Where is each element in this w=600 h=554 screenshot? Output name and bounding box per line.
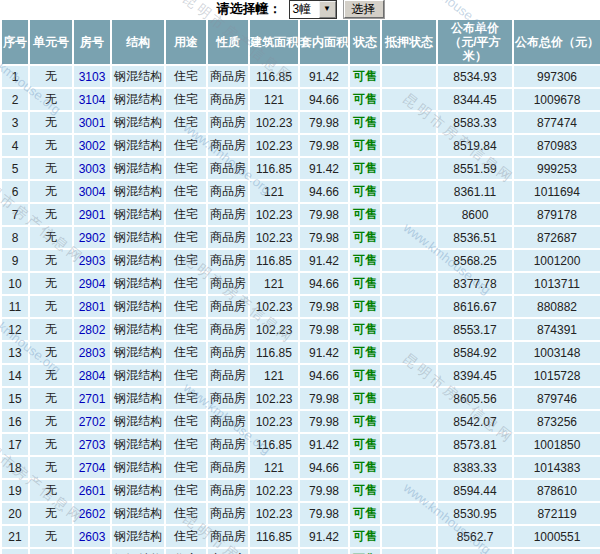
cell-mortgage-status [381,410,437,433]
cell-inner-area: 94.66 [299,548,349,554]
table-row: 5无3003钢混结构住宅商品房116.8591.42可售8551.5999925… [1,157,600,180]
room-number-link[interactable]: 2901 [73,203,111,226]
cell-unit-price: 8377.78 [437,272,513,295]
room-number-link[interactable]: 2903 [73,249,111,272]
cell-inner-area: 79.98 [299,295,349,318]
cell-total-price: 1014383 [513,456,600,479]
cell-index: 13 [1,341,29,364]
cell-build-area: 102.23 [249,295,299,318]
cell-total-price: 872119 [513,502,600,525]
cell-unit-price: 8600 [437,203,513,226]
cell-index: 8 [1,226,29,249]
cell-build-area: 121 [249,272,299,295]
cell-structure: 钢混结构 [111,548,165,554]
room-number-link[interactable]: 2704 [73,456,111,479]
cell-unit-price: 8562.7 [437,525,513,548]
cell-build-area: 116.85 [249,157,299,180]
select-button[interactable]: 选择 [344,0,384,18]
cell-unit-price: 8344.45 [437,88,513,111]
cell-property-type: 商品房 [207,88,249,111]
room-number-link[interactable]: 3004 [73,180,111,203]
cell-index: 7 [1,203,29,226]
cell-property-type: 商品房 [207,341,249,364]
room-number-link[interactable]: 2802 [73,318,111,341]
cell-build-area: 121 [249,180,299,203]
cell-inner-area: 94.66 [299,364,349,387]
building-select-value: 3幢 [293,1,317,18]
cell-inner-area: 94.66 [299,456,349,479]
room-number-link[interactable]: 2804 [73,364,111,387]
room-number-link[interactable]: 2904 [73,272,111,295]
cell-unit-number: 无 [29,318,73,341]
cell-inner-area: 79.98 [299,387,349,410]
cell-status: 可售 [349,410,381,433]
room-number-link[interactable]: 3003 [73,157,111,180]
cell-structure: 钢混结构 [111,295,165,318]
cell-index: 1 [1,65,29,88]
table-row: 8无2902钢混结构住宅商品房102.2379.98可售8536.5187268… [1,226,600,249]
cell-unit-price: 8551.59 [437,157,513,180]
cell-total-price: 872687 [513,226,600,249]
cell-unit-price: 8536.51 [437,226,513,249]
room-number-link[interactable]: 2604 [73,548,111,554]
cell-unit-number: 无 [29,65,73,88]
table-row: 18无2704钢混结构住宅商品房12194.66可售8383.331014383 [1,456,600,479]
cell-inner-area: 79.98 [299,318,349,341]
room-number-link[interactable]: 2703 [73,433,111,456]
room-number-link[interactable]: 2603 [73,525,111,548]
chevron-down-icon[interactable]: ▼ [319,1,336,18]
cell-structure: 钢混结构 [111,226,165,249]
table-row: 1无3103钢混结构住宅商品房116.8591.42可售8534.9399730… [1,65,600,88]
cell-total-price: 879178 [513,203,600,226]
cell-usage: 住宅 [165,249,207,272]
cell-mortgage-status [381,341,437,364]
cell-total-price: 1015728 [513,364,600,387]
cell-build-area: 102.23 [249,203,299,226]
room-number-link[interactable]: 3001 [73,111,111,134]
table-row: 9无2903钢混结构住宅商品房116.8591.42可售8568.2510012… [1,249,600,272]
cell-unit-price: 8594.44 [437,479,513,502]
cell-build-area: 102.23 [249,387,299,410]
cell-usage: 住宅 [165,203,207,226]
cell-index: 19 [1,479,29,502]
cell-property-type: 商品房 [207,410,249,433]
cell-index: 10 [1,272,29,295]
cell-inner-area: 94.66 [299,180,349,203]
room-number-link[interactable]: 3104 [73,88,111,111]
cell-usage: 住宅 [165,525,207,548]
table-row: 12无2802钢混结构住宅商品房102.2379.98可售8553.178743… [1,318,600,341]
cell-status: 可售 [349,88,381,111]
cell-usage: 住宅 [165,502,207,525]
column-header-structure: 结构 [111,19,165,65]
cell-unit-price: 8534.93 [437,65,513,88]
cell-property-type: 商品房 [207,295,249,318]
room-number-link[interactable]: 2602 [73,502,111,525]
cell-total-price: 997306 [513,65,600,88]
table-header: 序号单元号房号结构用途性质建筑面积套内面积状态抵押状态公布单价（元/平方米）公布… [1,19,600,65]
room-number-link[interactable]: 2701 [73,387,111,410]
room-number-link[interactable]: 3103 [73,65,111,88]
cell-unit-number: 无 [29,88,73,111]
room-number-link[interactable]: 2803 [73,341,111,364]
cell-inner-area: 79.98 [299,111,349,134]
cell-unit-number: 无 [29,203,73,226]
room-number-link[interactable]: 3002 [73,134,111,157]
cell-total-price: 1013039 [513,548,600,554]
cell-inner-area: 79.98 [299,226,349,249]
room-number-link[interactable]: 2702 [73,410,111,433]
cell-property-type: 商品房 [207,364,249,387]
cell-property-type: 商品房 [207,387,249,410]
column-header-mortgage-status: 抵押状态 [381,19,437,65]
room-number-link[interactable]: 2801 [73,295,111,318]
column-header-inner-area: 套内面积 [299,19,349,65]
room-number-link[interactable]: 2902 [73,226,111,249]
cell-property-type: 商品房 [207,433,249,456]
cell-index: 5 [1,157,29,180]
column-header-index: 序号 [1,19,29,65]
building-select[interactable]: 3幢 ▼ [289,0,337,19]
cell-usage: 住宅 [165,180,207,203]
room-number-link[interactable]: 2601 [73,479,111,502]
cell-status: 可售 [349,157,381,180]
cell-mortgage-status [381,226,437,249]
cell-status: 可售 [349,226,381,249]
